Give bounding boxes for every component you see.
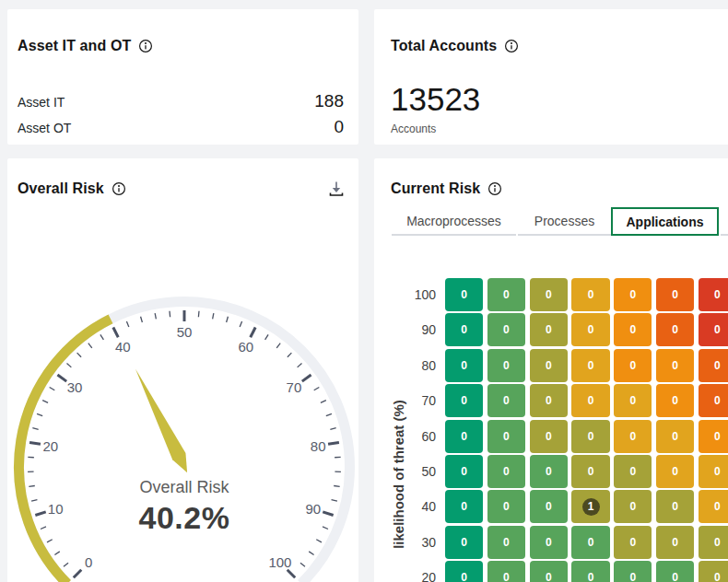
heatmap-cell[interactable]: 0: [656, 455, 694, 488]
heatmap-cell[interactable]: 0: [530, 561, 568, 582]
heatmap-cell[interactable]: 0: [487, 526, 525, 559]
heatmap-y-tick-label: 20: [391, 570, 436, 582]
heatmap-cell[interactable]: 0: [614, 349, 652, 382]
heatmap-cell[interactable]: 0: [530, 313, 568, 346]
overall-risk-card: Overall Risk 0102030405060708090100 Over…: [7, 158, 358, 582]
heatmap-cell[interactable]: 0: [614, 278, 652, 311]
gauge-minor-tick: [170, 311, 170, 317]
heatmap-cell[interactable]: 0: [699, 420, 728, 453]
gauge-value: 40.2%: [7, 500, 361, 536]
heatmap-cell[interactable]: 0: [656, 384, 694, 417]
heatmap-cell[interactable]: 0: [530, 455, 568, 488]
heatmap-y-tick-label: 40: [391, 499, 436, 514]
gauge-minor-tick: [330, 428, 335, 430]
heatmap-cell[interactable]: 0: [699, 561, 728, 582]
heatmap-cell[interactable]: 0: [445, 526, 483, 559]
info-icon: [112, 181, 126, 196]
heatmap-cell[interactable]: 0: [571, 349, 609, 382]
gauge-minor-tick: [64, 563, 68, 566]
risk-heatmap: likelihood of threat (%) 100000000090000…: [374, 158, 728, 582]
info-icon[interactable]: [504, 39, 519, 53]
heatmap-cell[interactable]: 0: [656, 561, 694, 582]
asset-it-label: Asset IT: [18, 95, 65, 110]
heatmap-cell[interactable]: 0: [530, 349, 568, 382]
heatmap-cell[interactable]: 0: [699, 278, 728, 311]
heatmap-y-tick-label: 50: [391, 464, 436, 479]
heatmap-cell[interactable]: 0: [656, 313, 694, 346]
heatmap-cell[interactable]: 0: [487, 349, 525, 382]
heatmap-cell[interactable]: 0: [445, 349, 483, 382]
heatmap-cell[interactable]: 0: [445, 384, 483, 417]
heatmap-cell[interactable]: 0: [487, 420, 525, 453]
heatmap-cell[interactable]: 0: [487, 278, 525, 311]
heatmap-cell[interactable]: 0: [445, 561, 483, 582]
heatmap-cell[interactable]: 0: [487, 313, 525, 346]
heatmap-cell[interactable]: 0: [656, 349, 694, 382]
heatmap-cell[interactable]: 0: [530, 420, 568, 453]
heatmap-cell[interactable]: 0: [530, 278, 568, 311]
gauge-minor-tick: [314, 387, 320, 390]
gauge-tick-label: 30: [67, 379, 83, 395]
heatmap-y-tick-label: 90: [391, 322, 436, 337]
info-icon[interactable]: [112, 181, 126, 196]
gauge-major-tick: [328, 442, 339, 444]
heatmap-cell[interactable]: 0: [656, 490, 694, 523]
heatmap-cell[interactable]: 0: [445, 455, 483, 488]
heatmap-cell[interactable]: 0: [445, 420, 483, 453]
heatmap-cell[interactable]: 0: [614, 490, 652, 523]
gauge-minor-tick: [309, 552, 313, 555]
gauge-minor-tick: [100, 334, 103, 339]
heatmap-y-tick-label: 70: [391, 393, 436, 408]
heatmap-cell[interactable]: 0: [614, 455, 652, 488]
info-icon: [138, 39, 153, 53]
heatmap-cell[interactable]: 0: [571, 278, 609, 311]
gauge-tick-label: 0: [85, 554, 92, 570]
heatmap-cell[interactable]: 0: [571, 420, 609, 453]
gauge-major-tick: [113, 328, 118, 338]
heatmap-cell[interactable]: 0: [487, 561, 525, 582]
heatmap-cell[interactable]: 0: [571, 455, 609, 488]
gauge-minor-tick: [240, 321, 241, 327]
gauge-major-tick: [74, 570, 81, 577]
heatmap-cell[interactable]: 0: [487, 490, 525, 523]
heatmap-cell[interactable]: 0: [614, 384, 652, 417]
heatmap-cell[interactable]: 0: [530, 490, 568, 523]
heatmap-cell[interactable]: 0: [699, 490, 728, 523]
heatmap-cell[interactable]: 0: [614, 313, 652, 346]
gauge-minor-tick: [47, 540, 53, 542]
heatmap-cell[interactable]: 0: [614, 561, 652, 582]
heatmap-cell[interactable]: 0: [699, 455, 728, 488]
accounts-card-title-row: Total Accounts: [391, 38, 519, 54]
asset-ot-value: 0: [334, 117, 344, 137]
heatmap-cell[interactable]: 0: [699, 384, 728, 417]
overall-risk-title-row: Overall Risk: [18, 180, 126, 197]
gauge-minor-tick: [54, 552, 59, 555]
heatmap-cell[interactable]: 0: [614, 526, 652, 559]
heatmap-cell[interactable]: 0: [571, 526, 609, 559]
heatmap-cell[interactable]: 0: [530, 384, 568, 417]
heatmap-cell[interactable]: 0: [445, 490, 483, 523]
heatmap-cell[interactable]: 0: [699, 349, 728, 382]
heatmap-cell[interactable]: 0: [445, 313, 483, 346]
asset-card-title-row: Asset IT and OT: [18, 38, 153, 54]
heatmap-cell[interactable]: 0: [487, 455, 525, 488]
heatmap-cell[interactable]: 0: [699, 526, 728, 559]
download-button[interactable]: [326, 179, 346, 199]
heatmap-cell[interactable]: 0: [571, 561, 609, 582]
heatmap-cell[interactable]: 0: [699, 313, 728, 346]
heatmap-cell[interactable]: 0: [656, 420, 694, 453]
asset-card-title: Asset IT and OT: [18, 38, 131, 54]
total-accounts-value: 13523: [391, 83, 480, 116]
heatmap-cell[interactable]: 0: [487, 384, 525, 417]
gauge-minor-tick: [288, 353, 291, 357]
heatmap-cell[interactable]: 1: [571, 490, 609, 523]
heatmap-cell[interactable]: 0: [571, 313, 609, 346]
total-accounts-card: Total Accounts 13523 Accounts: [374, 9, 728, 145]
heatmap-cell[interactable]: 0: [571, 384, 609, 417]
heatmap-cell[interactable]: 0: [445, 278, 483, 311]
heatmap-cell[interactable]: 0: [530, 526, 568, 559]
heatmap-cell[interactable]: 0: [614, 420, 652, 453]
heatmap-cell[interactable]: 0: [656, 526, 694, 559]
info-icon[interactable]: [138, 39, 153, 53]
heatmap-cell[interactable]: 0: [656, 278, 694, 311]
